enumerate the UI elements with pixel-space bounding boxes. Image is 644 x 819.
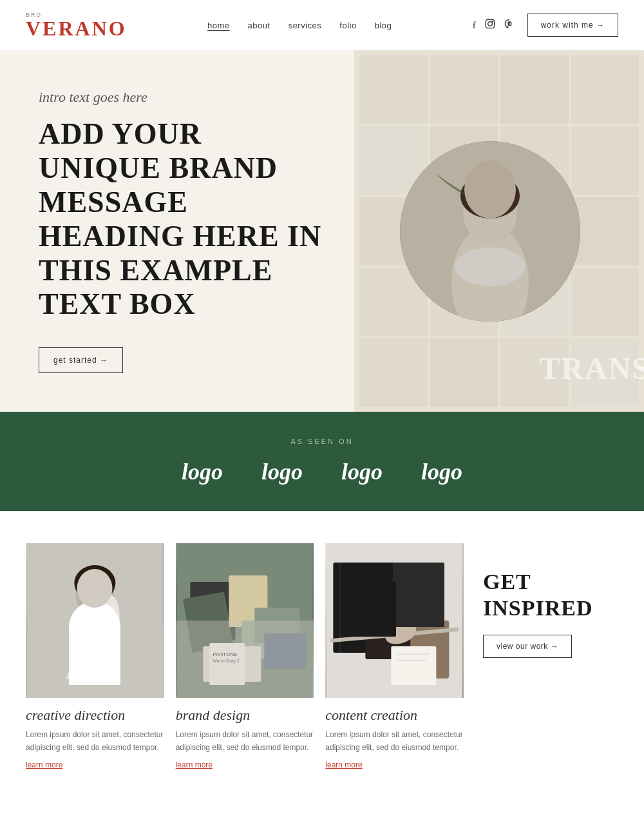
svg-rect-18 [209, 643, 245, 685]
as-seen-on-section: AS SEEN ON logo logo logo logo [0, 412, 644, 511]
logos-row: logo logo logo logo [39, 458, 605, 485]
hero-section: intro text goes here ADD YOUR UNIQUE BRA… [0, 50, 644, 412]
hero-heading: ADD YOUR UNIQUE BRAND MESSAGE HEADING HE… [39, 117, 322, 322]
pinterest-icon[interactable] [504, 19, 515, 32]
svg-rect-22 [264, 633, 306, 669]
services-grid: creative direction Lorem ipsum dolor sit… [26, 543, 464, 769]
hero-intro-text: intro text goes here [39, 89, 322, 106]
portrait-image [400, 141, 580, 322]
get-inspired-panel: GET INSPIRED view our work → [464, 556, 618, 671]
svg-rect-29 [392, 646, 437, 685]
svg-point-1 [488, 22, 492, 26]
service-card-2: PANTONE Warm Gray 2 brand design Lorem i… [176, 543, 314, 769]
hero-cta-button[interactable]: get started → [39, 347, 123, 373]
press-logo-1: logo [182, 458, 223, 485]
grid-cell [430, 55, 498, 124]
svg-text:Warm Gray 2: Warm Gray 2 [213, 659, 239, 664]
circle-portrait [400, 141, 580, 322]
svg-rect-12 [177, 543, 312, 698]
grid-cell [500, 55, 569, 124]
nav-link-about[interactable]: about [248, 21, 270, 30]
service-desc-2: Lorem ipsum dolor sit amet, consectetur … [176, 729, 314, 753]
logo-main-text: VERANO [26, 18, 127, 39]
instagram-icon[interactable] [485, 19, 495, 32]
grid-cell [430, 338, 498, 407]
svg-point-7 [460, 173, 520, 218]
svg-point-10 [75, 572, 114, 617]
get-inspired-heading: GET INSPIRED [483, 569, 599, 622]
service-title-2: brand design [176, 707, 314, 724]
press-logo-2: logo [261, 458, 303, 485]
service-desc-3: Lorem ipsum dolor sit amet, consectetur … [325, 729, 464, 753]
facebook-icon[interactable]: f [473, 20, 476, 31]
svg-point-8 [455, 247, 526, 286]
svg-point-11 [74, 565, 115, 601]
logo-area[interactable]: BRD VERANO [26, 12, 127, 39]
grid-cell [359, 338, 428, 407]
hero-left: intro text goes here ADD YOUR UNIQUE BRA… [0, 50, 354, 412]
press-logo-3: logo [341, 458, 383, 485]
navbar: BRD VERANO home about services folio blo… [0, 0, 644, 50]
svg-text:PANTONE: PANTONE [213, 651, 237, 657]
service-card-3: content creation Lorem ipsum dolor sit a… [325, 543, 464, 769]
service-link-3[interactable]: learn more [325, 760, 464, 769]
service-image-1 [26, 543, 164, 698]
service-card-1: creative direction Lorem ipsum dolor sit… [26, 543, 164, 769]
view-work-button[interactable]: view our work → [483, 635, 572, 658]
svg-rect-17 [203, 646, 261, 682]
services-section: creative direction Lorem ipsum dolor sit… [0, 511, 644, 801]
grid-cell [571, 268, 639, 336]
nav-links: home about services folio blog [207, 19, 392, 31]
svg-point-2 [492, 21, 493, 22]
svg-rect-16 [242, 621, 293, 659]
grid-cell [571, 126, 639, 195]
press-logo-4: logo [421, 458, 462, 485]
work-with-me-button[interactable]: work with me → [527, 14, 618, 37]
service-link-1[interactable]: learn more [26, 760, 164, 769]
service-desc-1: Lorem ipsum dolor sit amet, consectetur … [26, 729, 164, 753]
grid-cell [571, 55, 639, 124]
svg-rect-0 [486, 19, 494, 28]
service-image-2: PANTONE Warm Gray 2 [176, 543, 314, 698]
service-title-3: content creation [325, 707, 464, 724]
as-seen-on-label: AS SEEN ON [39, 438, 605, 445]
service-title-1: creative direction [26, 707, 164, 724]
nav-link-home[interactable]: home [207, 21, 230, 30]
nav-link-services[interactable]: services [289, 21, 322, 30]
svg-rect-21 [254, 608, 299, 643]
nav-link-folio[interactable]: folio [339, 21, 356, 30]
service-link-2[interactable]: learn more [176, 760, 314, 769]
social-icons: f [473, 19, 515, 32]
hero-right: TRANS [354, 50, 644, 412]
nav-link-blog[interactable]: blog [375, 21, 392, 30]
service-image-3 [325, 543, 464, 698]
grid-cell [359, 55, 428, 124]
grid-cell [571, 197, 639, 265]
trans-overlay-text: TRANS [539, 351, 644, 386]
